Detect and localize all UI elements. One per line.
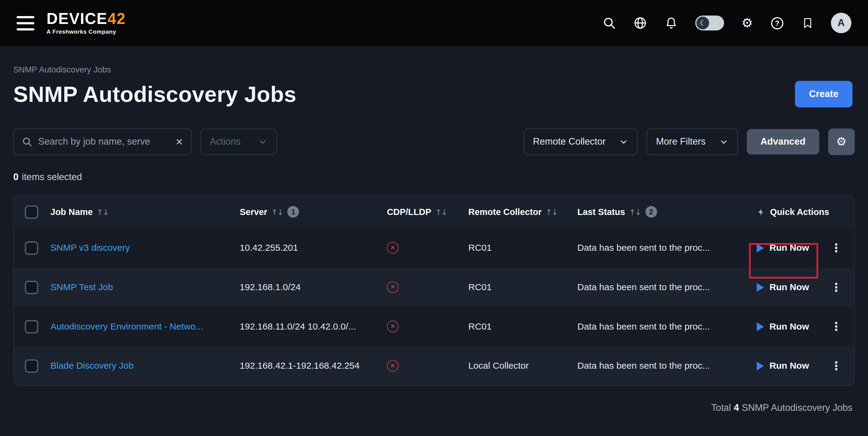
remote-collector-filter-dropdown[interactable]: Remote Collector [523,128,638,155]
column-header-job-name[interactable]: Job Name↑↓ [50,207,240,217]
brand-tagline: A Freshworks Company [46,29,126,35]
cdp-disabled-icon: ✕ [387,281,399,293]
search-input-icon [22,136,33,147]
play-icon [757,361,764,370]
sort-priority-badge: 1 [288,206,299,217]
brand-name: DEVICE42 [46,10,126,27]
play-icon [757,322,764,331]
remote-collector-value: RC01 [468,321,492,332]
brand-logo[interactable]: DEVICE42 A Freshworks Company [46,10,126,35]
server-value: 10.42.255.201 [240,242,298,253]
svg-text:?: ? [775,19,779,27]
chevron-down-icon [258,137,267,146]
total-prefix: Total [711,403,731,413]
column-header-cdp-lldp[interactable]: CDP/LLDP↑↓ [387,207,469,217]
job-name-link[interactable]: SNMP Test Job [50,282,113,293]
sort-icon[interactable]: ↑↓ [629,207,641,216]
cdp-disabled-icon: ✕ [387,321,399,332]
kebab-menu-icon[interactable]: ⋮ [830,281,842,294]
selection-count: 0 [13,172,19,182]
job-name-link[interactable]: Blade Discovery Job [50,360,134,371]
last-status-value: Data has been sent to the proc... [577,321,710,332]
hamburger-menu-icon[interactable] [17,16,34,30]
row-checkbox[interactable] [25,320,38,333]
table-settings-gear-button[interactable]: ⚙ [828,128,855,155]
remote-collector-value: RC01 [468,242,492,253]
table-row: Autodiscovery Environment - Netwo... 192… [14,307,855,346]
run-now-button[interactable]: Run Now [757,321,809,332]
row-checkbox[interactable] [25,281,38,294]
search-input[interactable] [38,136,170,147]
job-name-link[interactable]: SNMP v3 discovery [50,242,130,253]
remote-collector-value: RC01 [468,282,492,293]
navbar-actions: ☾ ⚙ ? A [602,13,851,33]
column-header-quick-actions: Quick Actions [746,207,854,217]
lightning-icon [757,207,765,217]
more-filters-label: More Filters [656,136,706,147]
dark-mode-toggle[interactable]: ☾ [695,16,724,30]
total-count: 4 [734,403,739,413]
filter-bar: ✕ Actions Remote Collector More Filters [13,128,855,155]
run-now-label: Run Now [770,242,809,253]
sort-icon[interactable]: ↑↓ [271,207,283,216]
chevron-down-icon [619,137,628,146]
cdp-disabled-icon: ✕ [387,360,399,371]
column-header-last-status[interactable]: Last Status↑↓2 [577,206,746,217]
cdp-disabled-icon: ✕ [387,242,399,254]
selection-label: items selected [22,172,82,182]
column-header-server[interactable]: Server↑↓1 [240,206,387,217]
run-now-label: Run Now [770,360,809,371]
gear-icon: ⚙ [836,136,846,147]
table-row: Blade Discovery Job 192.168.42.1-192.168… [14,346,855,386]
total-suffix: SNMP Autodiscovery Jobs [742,403,852,413]
selection-status: 0items selected [13,172,855,183]
sort-icon[interactable]: ↑↓ [97,207,108,216]
page-content: SNMP Autodiscovery Jobs SNMP Autodiscove… [0,65,868,414]
server-value: 192.168.11.0/24 10.42.0.0/... [240,321,356,332]
last-status-value: Data has been sent to the proc... [577,360,710,371]
globe-icon[interactable] [633,16,647,30]
help-icon[interactable]: ? [770,16,784,30]
job-name-link[interactable]: Autodiscovery Environment - Netwo... [50,321,203,332]
play-icon [757,283,764,291]
notifications-bell-icon[interactable] [664,16,679,30]
run-now-button[interactable]: Run Now [757,360,809,371]
sort-icon[interactable]: ↑↓ [435,207,447,216]
row-checkbox[interactable] [25,241,38,254]
play-icon [757,243,764,252]
chevron-down-icon [719,137,728,146]
search-icon[interactable] [602,16,616,30]
column-header-remote-collector[interactable]: Remote Collector↑↓ [468,207,577,217]
select-all-checkbox[interactable] [25,205,38,219]
kebab-menu-icon[interactable]: ⋮ [830,359,842,373]
page-title: SNMP Autodiscovery Jobs [13,82,297,107]
sort-icon[interactable]: ↑↓ [546,207,557,216]
advanced-button[interactable]: Advanced [747,129,819,155]
row-checkbox[interactable] [25,359,38,373]
app-viewport: DEVICE42 A Freshworks Company ☾ ⚙ ? [0,0,868,436]
user-avatar[interactable]: A [831,13,851,33]
run-now-button[interactable]: Run Now [757,282,809,293]
more-filters-dropdown[interactable]: More Filters [647,128,738,155]
kebab-menu-icon[interactable]: ⋮ [830,320,842,333]
kebab-menu-icon[interactable]: ⋮ [830,241,842,254]
server-value: 192.168.42.1-192.168.42.254 [240,360,360,371]
clear-search-icon[interactable]: ✕ [176,136,183,147]
table-total-summary: Total4SNMP Autodiscovery Jobs [13,403,855,414]
table-row: SNMP Test Job 192.168.1.0/24 ✕ RC01 Data… [14,267,855,307]
actions-dropdown[interactable]: Actions [200,128,277,155]
search-box[interactable]: ✕ [13,128,191,155]
settings-gear-icon[interactable]: ⚙ [741,17,753,29]
breadcrumb[interactable]: SNMP Autodiscovery Jobs [13,65,855,74]
run-now-label: Run Now [770,282,809,293]
server-value: 192.168.1.0/24 [240,282,301,293]
actions-dropdown-label: Actions [210,136,241,147]
create-button[interactable]: Create [795,81,852,108]
last-status-value: Data has been sent to the proc... [577,242,710,253]
moon-icon: ☾ [696,17,709,29]
bookmark-icon[interactable] [802,16,814,30]
brand-accent: 42 [107,10,126,27]
run-now-button[interactable]: Run Now [757,242,809,253]
table-row: SNMP v3 discovery 10.42.255.201 ✕ RC01 D… [14,228,855,268]
jobs-table: Job Name↑↓ Server↑↓1 CDP/LLDP↑↓ Remote C… [13,195,855,386]
